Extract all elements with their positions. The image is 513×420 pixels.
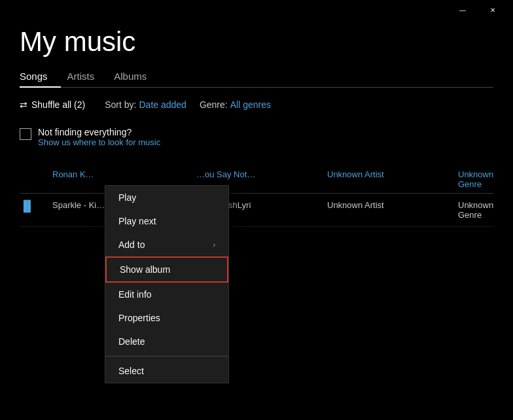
page-title: My music [20,26,493,58]
context-menu-divider [105,356,228,357]
not-finding-title: Not finding everything? [38,127,160,137]
context-menu-delete[interactable]: Delete [105,330,228,353]
add-to-chevron-icon: › [213,241,215,249]
genre-value[interactable]: All genres [230,99,271,110]
main-content: My music Songs Artists Albums ⇄ Shuffle … [0,20,513,227]
sort-by-value[interactable]: Date added [139,99,186,110]
not-finding-banner: Not finding everything? Show us where to… [20,122,493,152]
context-menu-play[interactable]: Play [105,186,228,209]
context-menu-play-label: Play [118,192,136,203]
context-menu-select-label: Select [118,366,144,376]
context-menu-select[interactable]: Select [105,359,228,383]
shuffle-icon: ⇄ [20,99,27,110]
song-list-header: Ronan K… …ou Say Not… Unknown Artist Unk… [20,166,493,194]
context-menu-delete-label: Delete [118,336,145,347]
context-menu-play-next[interactable]: Play next [105,209,228,233]
shuffle-label: Shuffle all (2) [31,99,85,110]
context-menu-play-next-label: Play next [118,216,156,226]
context-menu-show-album[interactable]: Show album [105,256,228,283]
context-menu-properties-label: Properties [118,313,160,323]
context-menu: Play Play next Add to › Show album Edit … [105,185,229,383]
close-button[interactable]: ✕ [478,0,508,20]
checkbox-icon [20,128,31,140]
context-menu-add-to-label: Add to [118,239,145,250]
header-col-artist: Unknown Artist [327,169,458,189]
song-genre: Unknown Genre [458,200,493,220]
title-bar: — ✕ [0,0,513,20]
table-row[interactable]: ▐▌ Sparkle - Ki… …cs (WishLyri Unknown A… [20,194,493,227]
header-col-icon [20,169,52,189]
shuffle-button[interactable]: ⇄ Shuffle all (2) [20,99,85,110]
song-playing-icon: ▐▌ [20,200,52,220]
context-menu-edit-info-label: Edit info [118,289,152,300]
tab-artists[interactable]: Artists [67,65,108,87]
show-music-location-link[interactable]: Show us where to look for music [38,137,160,147]
minimize-button[interactable]: — [448,0,478,20]
not-finding-content: Not finding everything? Show us where to… [38,127,160,147]
song-list: Ronan K… …ou Say Not… Unknown Artist Unk… [20,166,493,227]
context-menu-edit-info[interactable]: Edit info [105,283,228,306]
sort-by-label: Sort by: [105,99,136,110]
tab-bar: Songs Artists Albums [20,65,493,88]
header-col-genre: Unknown Genre [458,169,493,189]
context-menu-add-to[interactable]: Add to › [105,233,228,256]
context-menu-show-album-label: Show album [120,264,170,275]
tab-albums[interactable]: Albums [114,65,160,87]
song-artist: Unknown Artist [327,200,458,220]
controls-bar: ⇄ Shuffle all (2) Sort by: Date added Ge… [20,99,493,110]
tab-songs[interactable]: Songs [20,65,61,87]
genre-label: Genre: [200,99,228,110]
context-menu-properties[interactable]: Properties [105,306,228,330]
